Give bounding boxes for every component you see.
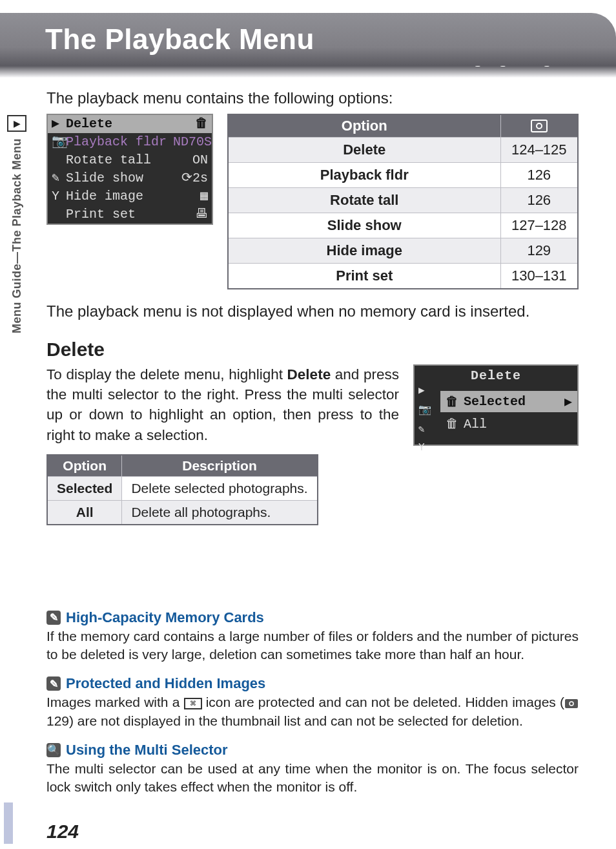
- delete-lcd-menu: Delete ▶ 📷 ✎ Y 🗑 Selected ▶ 🗑 All: [413, 364, 579, 446]
- tips-area: ✎ High-Capacity Memory Cards If the memo…: [46, 609, 579, 797]
- lcd-row-print-set: Print set 🖶: [48, 205, 212, 224]
- option-cell: Delete: [228, 138, 500, 163]
- table-row: Selected Delete selected photographs.: [47, 476, 318, 500]
- page-cell: 129: [500, 238, 578, 264]
- option-cell: Hide image: [228, 238, 500, 264]
- tip-body: If the memory card contains a large numb…: [46, 627, 579, 664]
- lcd-row-playback-fldr: 📷 Playback fldr ND70S: [48, 133, 212, 151]
- option-cell: Slide show: [228, 213, 500, 238]
- note-icon: ✎: [46, 676, 61, 691]
- table-row: Playback fldr126: [228, 163, 578, 188]
- delete-options-table: Option Description Selected Delete selec…: [46, 454, 318, 525]
- tip-head: ✎ Protected and Hidden Images: [46, 675, 579, 692]
- tip-body-mid: icon are protected and can not be delete…: [202, 695, 564, 709]
- trash-icon: 🗑: [173, 115, 208, 133]
- delete-lcd-label: Selected: [464, 394, 526, 409]
- table-row: All Delete all photographs.: [47, 500, 318, 525]
- play-icon: ▶: [418, 384, 431, 397]
- table-row: Slide show127–128: [228, 213, 578, 238]
- page-ref-icon: [564, 698, 579, 709]
- playback-lcd-menu: ▶ Delete 🗑 📷 Playback fldr ND70S Rotate …: [46, 114, 213, 225]
- camera-icon: 📷: [52, 133, 66, 151]
- tip-high-capacity: ✎ High-Capacity Memory Cards If the memo…: [46, 609, 579, 664]
- page-title-bar: The Playback Menu: [0, 13, 616, 66]
- trash-selected-icon: 🗑: [446, 394, 458, 410]
- intro-text: The playback menu contains the following…: [46, 89, 579, 107]
- grid-icon: ▦: [173, 187, 208, 205]
- tip-multi-selector: 🔍 Using the Multi Selector The multi sel…: [46, 742, 579, 797]
- tip-protected-hidden: ✎ Protected and Hidden Images Images mar…: [46, 675, 579, 730]
- menu-note: The playback menu is not displayed when …: [46, 301, 579, 322]
- tip-body: The multi selector can be used at any ti…: [46, 760, 579, 797]
- delete-body-pre: To display the delete menu, highlight: [46, 366, 287, 383]
- lcd-row-slide-show: ✎ Slide show ⟳2s: [48, 169, 212, 187]
- tip-body-pre: Images marked with a: [46, 695, 184, 709]
- page-cell: 126: [500, 188, 578, 213]
- tip-body: Images marked with a ⌘ icon are protecte…: [46, 693, 579, 730]
- lcd-label: Slide show: [66, 169, 173, 187]
- print-icon: 🖶: [173, 205, 208, 224]
- lcd-value: ON: [173, 151, 208, 169]
- camera-icon: 📷: [418, 403, 431, 416]
- tip-head: 🔍 Using the Multi Selector: [46, 742, 579, 759]
- lcd-label: Rotate tall: [66, 151, 173, 169]
- lcd-row-rotate-tall: Rotate tall ON: [48, 151, 212, 169]
- lcd-label: Delete: [66, 115, 173, 133]
- delete-table-head-description: Description: [122, 455, 318, 477]
- lcd-row-hide-image: Y Hide image ▦: [48, 187, 212, 205]
- timer-icon: ⟳2s: [173, 169, 208, 187]
- note-icon: ✎: [46, 611, 61, 625]
- lcd-value: ND70S: [173, 133, 208, 151]
- svg-point-1: [537, 123, 542, 129]
- trash-all-icon: 🗑: [446, 416, 458, 432]
- delete-lcd-wrap: Delete ▶ 📷 ✎ Y 🗑 Selected ▶ 🗑 All: [413, 364, 579, 446]
- delete-lcd-row-all: 🗑 All: [440, 414, 577, 434]
- lcd-label: Print set: [66, 205, 173, 224]
- table-row: Rotate tall126: [228, 188, 578, 213]
- table-row: Hide image129: [228, 238, 578, 264]
- page-title: The Playback Menu: [45, 23, 314, 56]
- table-row: Print set130–131: [228, 264, 578, 289]
- chevron-right-icon: ▶: [564, 393, 572, 410]
- delete-body: To display the delete menu, highlight De…: [46, 364, 399, 445]
- delete-option-cell: Selected: [47, 476, 122, 500]
- page-accent-bar: [4, 802, 13, 844]
- content-area: The playback menu contains the following…: [46, 89, 579, 797]
- delete-table-head-option: Option: [47, 455, 122, 477]
- delete-lcd-title: Delete: [415, 366, 577, 390]
- page-cell: 130–131: [500, 264, 578, 289]
- option-cell: Print set: [228, 264, 500, 289]
- lcd-label: Playback fldr: [66, 133, 173, 151]
- delete-option-cell: All: [47, 500, 122, 525]
- page-cell: 127–128: [500, 213, 578, 238]
- pencil-icon: ✎: [418, 423, 431, 435]
- delete-heading: Delete: [46, 339, 579, 361]
- delete-lcd-side-icons: ▶ 📷 ✎ Y: [418, 384, 431, 454]
- tip-body-ref: 129) are not displayed in the thumbnail …: [46, 713, 523, 728]
- delete-left: To display the delete menu, highlight De…: [46, 364, 399, 525]
- table-row: Delete124–125: [228, 138, 578, 163]
- play-icon: ▶: [52, 115, 66, 133]
- side-tab-text: Menu Guide—The Playback Menu: [10, 138, 24, 333]
- tip-head: ✎ High-Capacity Memory Cards: [46, 609, 579, 626]
- setup-icon: Y: [52, 187, 66, 205]
- page-number: 124: [46, 821, 79, 843]
- options-table: Option Delete124–125 Playback fldr126 Ro…: [227, 114, 579, 289]
- page-cell: 126: [500, 163, 578, 188]
- tip-title: Using the Multi Selector: [66, 742, 228, 759]
- pencil-icon: ✎: [52, 169, 66, 187]
- delete-lcd-row-selected: 🗑 Selected ▶: [440, 391, 577, 412]
- svg-rect-0: [531, 120, 547, 132]
- options-table-head-option: Option: [228, 114, 500, 138]
- lcd-label: Hide image: [66, 187, 173, 205]
- playback-icon: ▶: [7, 115, 26, 132]
- menu-and-table-row: ▶ Delete 🗑 📷 Playback fldr ND70S Rotate …: [46, 114, 579, 289]
- delete-body-bold: Delete: [287, 366, 331, 383]
- option-cell: Playback fldr: [228, 163, 500, 188]
- delete-lcd-label: All: [464, 417, 487, 432]
- subtitle-band: Managing Images: [0, 66, 616, 78]
- setup-icon: Y: [418, 442, 431, 454]
- svg-rect-2: [565, 699, 578, 708]
- page-cell: 124–125: [500, 138, 578, 163]
- options-table-head-page-icon: [500, 114, 578, 138]
